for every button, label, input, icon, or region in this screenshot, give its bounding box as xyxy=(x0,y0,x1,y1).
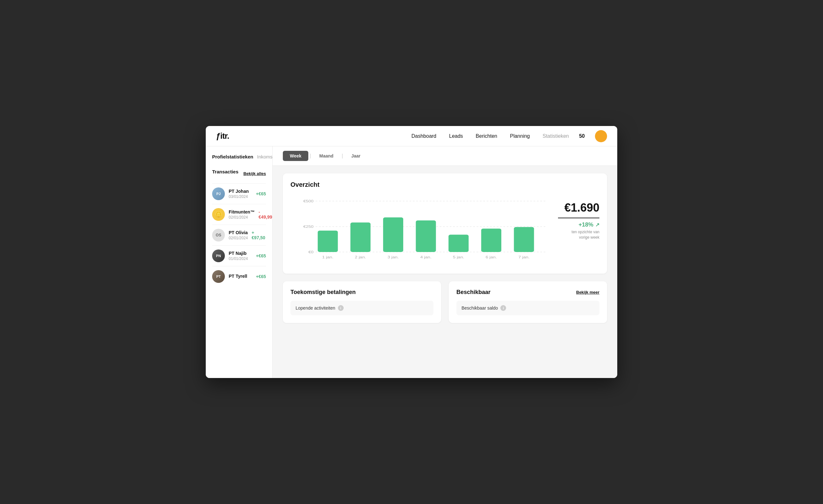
transactions-header: Transacties Bekijk alles xyxy=(212,169,266,178)
period-divider-1: | xyxy=(308,153,312,159)
lopende-activiteiten-label: Lopende activiteiten xyxy=(296,305,335,310)
bar-label-4: 5 jan. xyxy=(453,255,464,259)
toekomstige-header: Toekomstige betalingen xyxy=(291,289,434,296)
sidebar: Profielstatistieken Inkomsten Transactie… xyxy=(206,147,273,378)
transaction-name: PT Olivia xyxy=(229,230,248,235)
beschikbaar-info-icon[interactable]: i xyxy=(500,305,506,311)
bar-5 xyxy=(481,228,501,252)
chart-percent: +18% ↗ xyxy=(558,221,600,228)
beschikbaar-title: Beschikbaar xyxy=(456,289,490,296)
transaction-date: 02/01/2024 xyxy=(229,215,255,220)
transaction-info: PT Olivia 02/01/2024 xyxy=(229,230,248,240)
transaction-amount: -€49,99 xyxy=(259,209,272,220)
chart-meta: €1.690 +18% ↗ ten opzichte vanvorige wee… xyxy=(558,195,600,240)
bar-3 xyxy=(416,221,436,252)
nav-planning[interactable]: Planning xyxy=(510,133,530,139)
transactions-title: Transacties xyxy=(212,169,238,174)
transaction-amount: +€65 xyxy=(256,191,266,196)
lopende-info-icon[interactable]: i xyxy=(338,305,344,311)
bekijk-alles-button[interactable]: Bekijk alles xyxy=(243,171,266,176)
beschikbaar-saldo-row: Beschikbaar saldo i xyxy=(456,301,600,315)
bekijk-meer-button[interactable]: Bekijk meer xyxy=(576,290,600,295)
transaction-info: PT Najib 01/01/2024 xyxy=(229,251,252,261)
transaction-info: PT Tyrell xyxy=(229,274,252,279)
transaction-info: Fitmunten™ 02/01/2024 xyxy=(229,209,255,220)
chart-container: €500 €250 €0 1 jan.2 jan.3 jan.4 jan.5 j… xyxy=(291,195,550,266)
period-week[interactable]: Week xyxy=(283,151,308,161)
bar-4 xyxy=(449,235,469,252)
bar-label-1: 2 jan. xyxy=(355,255,366,259)
bar-label-2: 3 jan. xyxy=(387,255,399,259)
app-header: ƒitr. Dashboard Leads Berichten Planning… xyxy=(206,126,617,147)
transaction-item: 🪙 Fitmunten™ 02/01/2024 -€49,99 xyxy=(212,204,266,225)
transaction-amount: +€97,50 xyxy=(252,230,266,240)
bar-label-0: 1 jan. xyxy=(322,255,333,259)
transaction-name: Fitmunten™ xyxy=(229,209,255,215)
transaction-item: PN PT Najib 01/01/2024 +€65 xyxy=(212,245,266,266)
chart-divider xyxy=(558,218,600,218)
overzicht-title: Overzicht xyxy=(291,181,600,188)
transaction-amount: +€65 xyxy=(256,253,266,258)
transaction-date: 01/01/2024 xyxy=(229,256,252,261)
transaction-item: OS PT Olivia 02/01/2024 +€97,50 xyxy=(212,225,266,245)
beschikbaar-saldo-label: Beschikbaar saldo xyxy=(462,305,498,310)
transaction-name: PT Johan xyxy=(229,189,252,194)
main-nav: Dashboard Leads Berichten Planning Stati… xyxy=(412,133,569,139)
avatar-pt-najib: PN xyxy=(212,249,225,262)
transaction-item: PT PT Tyrell +€65 xyxy=(212,266,266,287)
bar-6 xyxy=(514,227,534,252)
bar-label-3: 4 jan. xyxy=(420,255,431,259)
chart-percent-sub: ten opzichte vanvorige week xyxy=(558,229,600,240)
nav-berichten[interactable]: Berichten xyxy=(476,133,497,139)
period-bar: Week | Maand | Jaar xyxy=(273,147,617,166)
transactions-list: PJ PT Johan 03/01/2024 +€65 🪙 Fitmunten™… xyxy=(212,183,266,287)
avatar-pt-olivia: OS xyxy=(212,229,225,242)
period-maand[interactable]: Maand xyxy=(312,151,340,161)
overzicht-card: Overzicht €500 €250 €0 xyxy=(283,174,607,274)
toekomstige-betalingen-card: Toekomstige betalingen Lopende activitei… xyxy=(283,281,441,323)
bar-1 xyxy=(350,222,370,252)
tab-profielstatistieken[interactable]: Profielstatistieken xyxy=(212,154,253,160)
bar-2 xyxy=(383,217,403,252)
bar-chart: €500 €250 €0 1 jan.2 jan.3 jan.4 jan.5 j… xyxy=(291,195,550,265)
app-body: Profielstatistieken Inkomsten Transactie… xyxy=(206,147,617,378)
sidebar-tabs: Profielstatistieken Inkomsten xyxy=(212,154,266,160)
chart-area: €500 €250 €0 1 jan.2 jan.3 jan.4 jan.5 j… xyxy=(291,195,600,266)
bar-0 xyxy=(318,231,338,252)
tab-inkomsten[interactable]: Inkomsten xyxy=(257,154,273,160)
beschikbaar-header: Beschikbaar Bekijk meer xyxy=(456,289,600,296)
lopende-activiteiten-row: Lopende activiteiten i xyxy=(291,301,434,315)
svg-text:€250: €250 xyxy=(303,225,313,229)
main-inner: Overzicht €500 €250 €0 xyxy=(273,166,617,330)
chart-total: €1.690 xyxy=(558,201,600,215)
points-label: 50 xyxy=(579,133,585,139)
bar-label-6: 7 jan. xyxy=(518,255,529,259)
beschikbaar-card: Beschikbaar Bekijk meer Beschikbaar sald… xyxy=(449,281,607,323)
transaction-date: 02/01/2024 xyxy=(229,236,248,240)
svg-text:€0: €0 xyxy=(308,250,313,254)
period-divider-2: | xyxy=(340,153,344,159)
transaction-date: 03/01/2024 xyxy=(229,194,252,199)
avatar-pt-tyrell: PT xyxy=(212,270,225,283)
avatar-pt-johan: PJ xyxy=(212,187,225,200)
transaction-name: PT Tyrell xyxy=(229,274,252,279)
toekomstige-title: Toekomstige betalingen xyxy=(291,289,356,296)
transaction-item: PJ PT Johan 03/01/2024 +€65 xyxy=(212,183,266,204)
nav-statistieken[interactable]: Statistieken xyxy=(542,133,569,139)
transaction-info: PT Johan 03/01/2024 xyxy=(229,189,252,199)
main-content: Week | Maand | Jaar Overzicht xyxy=(273,147,617,378)
nav-dashboard[interactable]: Dashboard xyxy=(412,133,436,139)
avatar-fitmunten: 🪙 xyxy=(212,208,225,221)
bottom-row: Toekomstige betalingen Lopende activitei… xyxy=(283,281,607,323)
svg-text:€500: €500 xyxy=(303,199,313,203)
coin-badge xyxy=(595,130,607,142)
bar-label-5: 6 jan. xyxy=(486,255,497,259)
transaction-name: PT Najib xyxy=(229,251,252,256)
logo: ƒitr. xyxy=(216,131,229,141)
period-jaar[interactable]: Jaar xyxy=(344,151,367,161)
nav-leads[interactable]: Leads xyxy=(449,133,463,139)
transaction-amount: +€65 xyxy=(256,274,266,279)
